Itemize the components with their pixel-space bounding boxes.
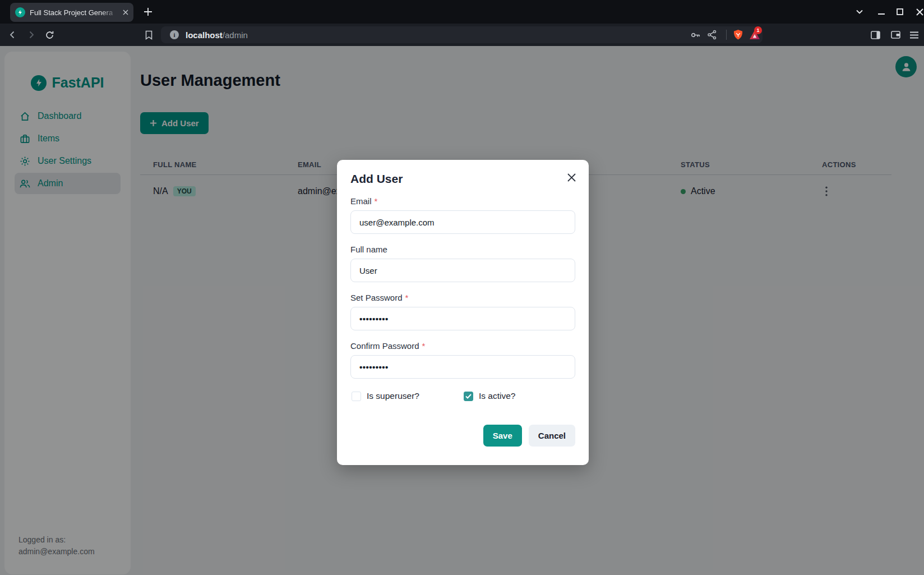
- save-button[interactable]: Save: [483, 425, 522, 447]
- checkbox-checked-icon[interactable]: [464, 392, 473, 401]
- url-text[interactable]: localhost/admin: [186, 26, 248, 43]
- browser-tab[interactable]: Full Stack Project Genera: [10, 3, 133, 22]
- full-name-label: Full name: [350, 245, 575, 254]
- share-icon[interactable]: [706, 29, 718, 40]
- browser-tab-strip: Full Stack Project Genera: [0, 0, 924, 24]
- cancel-button[interactable]: Cancel: [529, 425, 575, 447]
- required-asterisk: *: [375, 196, 378, 206]
- email-label: Email*: [350, 196, 575, 206]
- window-minimize-icon[interactable]: [876, 7, 886, 17]
- is-active-checkbox[interactable]: Is active?: [464, 391, 515, 401]
- confirm-password-field-group: Confirm Password*: [350, 341, 575, 379]
- is-superuser-checkbox[interactable]: Is superuser?: [352, 391, 464, 401]
- required-asterisk: *: [405, 293, 409, 302]
- browser-toolbar: i localhost/admin 1: [0, 24, 924, 46]
- password-field-group: Set Password*: [350, 293, 575, 330]
- site-info-icon[interactable]: i: [170, 30, 179, 39]
- tab-search-chevron-icon[interactable]: [854, 7, 865, 17]
- window-close-icon[interactable]: [914, 7, 924, 17]
- modal-actions: Save Cancel: [350, 425, 575, 447]
- brave-shield-icon[interactable]: [732, 29, 743, 40]
- wallet-icon[interactable]: [890, 29, 901, 40]
- window-maximize-icon[interactable]: [895, 7, 905, 17]
- brave-rewards-icon[interactable]: 1: [749, 29, 760, 40]
- set-password-label: Set Password*: [350, 293, 575, 302]
- back-icon[interactable]: [7, 29, 18, 40]
- set-password-field[interactable]: [350, 307, 575, 330]
- email-field[interactable]: [350, 210, 575, 234]
- url-path: /admin: [223, 30, 248, 40]
- add-user-modal: Add User Email* Full name Set Password* …: [337, 160, 589, 465]
- checkbox-unchecked-icon[interactable]: [352, 392, 361, 401]
- fastapi-favicon-icon: [15, 7, 25, 17]
- menu-icon[interactable]: [908, 29, 920, 40]
- toolbar-divider: [726, 30, 727, 40]
- page-viewport: FastAPI Dashboard Items User Settings: [0, 46, 924, 575]
- modal-title: Add User: [350, 172, 575, 186]
- new-tab-icon[interactable]: [141, 5, 155, 19]
- confirm-password-label: Confirm Password*: [350, 341, 575, 351]
- url-bar[interactable]: i localhost/admin 1: [161, 26, 763, 43]
- checkbox-row: Is superuser? Is active?: [350, 391, 575, 401]
- modal-close-icon[interactable]: [563, 169, 580, 186]
- required-asterisk: *: [422, 341, 426, 351]
- is-superuser-label: Is superuser?: [367, 391, 419, 401]
- password-key-icon[interactable]: [690, 29, 701, 40]
- email-label-text: Email: [350, 196, 372, 206]
- url-host: localhost: [186, 30, 223, 40]
- set-password-label-text: Set Password: [350, 293, 403, 302]
- confirm-password-label-text: Confirm Password: [350, 341, 419, 351]
- confirm-password-field[interactable]: [350, 355, 575, 379]
- sidebar-toggle-icon[interactable]: [870, 29, 881, 40]
- email-field-group: Email*: [350, 196, 575, 234]
- reload-icon[interactable]: [44, 29, 55, 40]
- bookmark-icon[interactable]: [143, 29, 154, 40]
- tab-title: Full Stack Project Genera: [30, 8, 118, 17]
- forward-icon[interactable]: [26, 29, 37, 40]
- full-name-label-text: Full name: [350, 245, 387, 254]
- full-name-field-group: Full name: [350, 245, 575, 282]
- tab-close-icon[interactable]: [123, 10, 128, 15]
- full-name-field[interactable]: [350, 259, 575, 282]
- is-active-label: Is active?: [479, 391, 515, 401]
- rewards-badge: 1: [754, 26, 762, 34]
